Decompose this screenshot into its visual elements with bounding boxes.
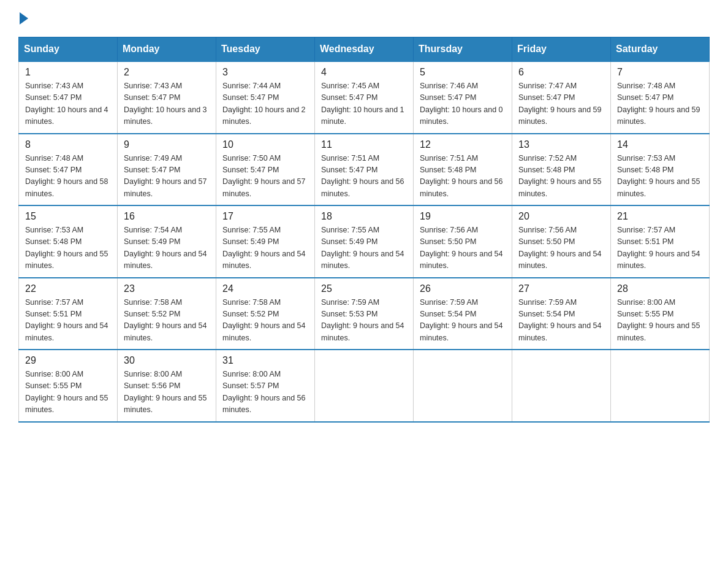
day-number: 27 — [518, 283, 604, 294]
day-info: Sunrise: 7:58 AMSunset: 5:52 PMDaylight:… — [124, 298, 207, 342]
calendar-cell: 6 Sunrise: 7:47 AMSunset: 5:47 PMDayligh… — [512, 61, 611, 134]
day-info: Sunrise: 8:00 AMSunset: 5:56 PMDaylight:… — [124, 370, 207, 414]
calendar-cell: 18 Sunrise: 7:55 AMSunset: 5:49 PMDaylig… — [315, 205, 414, 278]
calendar-week-row: 8 Sunrise: 7:48 AMSunset: 5:47 PMDayligh… — [19, 134, 710, 206]
day-number: 21 — [617, 211, 703, 222]
day-number: 30 — [124, 355, 210, 366]
day-info: Sunrise: 7:44 AMSunset: 5:47 PMDaylight:… — [222, 82, 306, 126]
day-info: Sunrise: 7:57 AMSunset: 5:51 PMDaylight:… — [617, 226, 700, 270]
day-info: Sunrise: 8:00 AMSunset: 5:57 PMDaylight:… — [222, 370, 306, 414]
calendar-cell: 14 Sunrise: 7:53 AMSunset: 5:48 PMDaylig… — [611, 134, 710, 206]
day-number: 26 — [420, 283, 506, 294]
day-number: 31 — [222, 355, 308, 366]
calendar-cell: 29 Sunrise: 8:00 AMSunset: 5:55 PMDaylig… — [19, 350, 118, 422]
day-number: 24 — [222, 283, 308, 294]
day-info: Sunrise: 8:00 AMSunset: 5:55 PMDaylight:… — [25, 370, 108, 414]
col-header-tuesday: Tuesday — [216, 37, 315, 62]
calendar-cell: 7 Sunrise: 7:48 AMSunset: 5:47 PMDayligh… — [611, 61, 710, 134]
calendar-cell: 25 Sunrise: 7:59 AMSunset: 5:53 PMDaylig… — [315, 278, 414, 350]
day-info: Sunrise: 7:54 AMSunset: 5:49 PMDaylight:… — [124, 226, 207, 270]
day-info: Sunrise: 7:59 AMSunset: 5:54 PMDaylight:… — [518, 298, 602, 342]
day-info: Sunrise: 7:47 AMSunset: 5:47 PMDaylight:… — [518, 82, 602, 126]
calendar-cell — [512, 350, 611, 422]
col-header-friday: Friday — [512, 37, 611, 62]
day-info: Sunrise: 7:49 AMSunset: 5:47 PMDaylight:… — [124, 154, 207, 198]
day-info: Sunrise: 7:43 AMSunset: 5:47 PMDaylight:… — [124, 82, 207, 126]
calendar-cell: 17 Sunrise: 7:55 AMSunset: 5:49 PMDaylig… — [216, 205, 315, 278]
day-number: 19 — [420, 211, 506, 222]
day-number: 4 — [321, 67, 407, 78]
day-info: Sunrise: 7:58 AMSunset: 5:52 PMDaylight:… — [222, 298, 306, 342]
day-number: 14 — [617, 139, 703, 150]
day-number: 11 — [321, 139, 407, 150]
day-number: 23 — [124, 283, 210, 294]
calendar-cell: 23 Sunrise: 7:58 AMSunset: 5:52 PMDaylig… — [118, 278, 216, 350]
day-info: Sunrise: 7:51 AMSunset: 5:48 PMDaylight:… — [420, 154, 503, 198]
calendar-cell: 5 Sunrise: 7:46 AMSunset: 5:47 PMDayligh… — [414, 61, 512, 134]
calendar-week-row: 29 Sunrise: 8:00 AMSunset: 5:55 PMDaylig… — [19, 350, 710, 422]
calendar-cell: 15 Sunrise: 7:53 AMSunset: 5:48 PMDaylig… — [19, 205, 118, 278]
calendar-cell: 20 Sunrise: 7:56 AMSunset: 5:50 PMDaylig… — [512, 205, 611, 278]
day-info: Sunrise: 7:55 AMSunset: 5:49 PMDaylight:… — [321, 226, 404, 270]
col-header-wednesday: Wednesday — [315, 37, 414, 62]
day-info: Sunrise: 7:43 AMSunset: 5:47 PMDaylight:… — [25, 82, 108, 126]
calendar-cell: 2 Sunrise: 7:43 AMSunset: 5:47 PMDayligh… — [118, 61, 216, 134]
calendar-cell: 21 Sunrise: 7:57 AMSunset: 5:51 PMDaylig… — [611, 205, 710, 278]
day-info: Sunrise: 7:45 AMSunset: 5:47 PMDaylight:… — [321, 82, 404, 126]
col-header-monday: Monday — [118, 37, 216, 62]
calendar-cell: 8 Sunrise: 7:48 AMSunset: 5:47 PMDayligh… — [19, 134, 118, 206]
calendar-cell — [315, 350, 414, 422]
calendar-cell — [611, 350, 710, 422]
col-header-saturday: Saturday — [611, 37, 710, 62]
day-info: Sunrise: 8:00 AMSunset: 5:55 PMDaylight:… — [617, 298, 700, 342]
calendar-cell: 26 Sunrise: 7:59 AMSunset: 5:54 PMDaylig… — [414, 278, 512, 350]
day-number: 17 — [222, 211, 308, 222]
day-number: 25 — [321, 283, 407, 294]
day-number: 2 — [124, 67, 210, 78]
calendar-week-row: 1 Sunrise: 7:43 AMSunset: 5:47 PMDayligh… — [19, 61, 710, 134]
day-number: 15 — [25, 211, 111, 222]
day-info: Sunrise: 7:46 AMSunset: 5:47 PMDaylight:… — [420, 82, 503, 126]
logo-arrow-icon — [20, 12, 28, 25]
calendar-cell: 19 Sunrise: 7:56 AMSunset: 5:50 PMDaylig… — [414, 205, 512, 278]
day-number: 8 — [25, 139, 111, 150]
calendar-cell: 4 Sunrise: 7:45 AMSunset: 5:47 PMDayligh… — [315, 61, 414, 134]
calendar-cell: 10 Sunrise: 7:50 AMSunset: 5:47 PMDaylig… — [216, 134, 315, 206]
day-info: Sunrise: 7:51 AMSunset: 5:47 PMDaylight:… — [321, 154, 404, 198]
day-number: 29 — [25, 355, 111, 366]
calendar-week-row: 15 Sunrise: 7:53 AMSunset: 5:48 PMDaylig… — [19, 205, 710, 278]
day-info: Sunrise: 7:57 AMSunset: 5:51 PMDaylight:… — [25, 298, 108, 342]
day-info: Sunrise: 7:52 AMSunset: 5:48 PMDaylight:… — [518, 154, 602, 198]
day-info: Sunrise: 7:55 AMSunset: 5:49 PMDaylight:… — [222, 226, 306, 270]
day-info: Sunrise: 7:56 AMSunset: 5:50 PMDaylight:… — [420, 226, 503, 270]
day-info: Sunrise: 7:50 AMSunset: 5:47 PMDaylight:… — [222, 154, 306, 198]
day-number: 1 — [25, 67, 111, 78]
calendar-cell: 28 Sunrise: 8:00 AMSunset: 5:55 PMDaylig… — [611, 278, 710, 350]
day-info: Sunrise: 7:59 AMSunset: 5:53 PMDaylight:… — [321, 298, 404, 342]
day-info: Sunrise: 7:53 AMSunset: 5:48 PMDaylight:… — [617, 154, 700, 198]
calendar-cell: 22 Sunrise: 7:57 AMSunset: 5:51 PMDaylig… — [19, 278, 118, 350]
day-number: 3 — [222, 67, 308, 78]
calendar-cell: 24 Sunrise: 7:58 AMSunset: 5:52 PMDaylig… — [216, 278, 315, 350]
col-header-thursday: Thursday — [414, 37, 512, 62]
calendar-cell: 30 Sunrise: 8:00 AMSunset: 5:56 PMDaylig… — [118, 350, 216, 422]
calendar-cell — [414, 350, 512, 422]
calendar-cell: 1 Sunrise: 7:43 AMSunset: 5:47 PMDayligh… — [19, 61, 118, 134]
calendar-header-row: SundayMondayTuesdayWednesdayThursdayFrid… — [19, 37, 710, 62]
calendar-cell: 13 Sunrise: 7:52 AMSunset: 5:48 PMDaylig… — [512, 134, 611, 206]
day-number: 12 — [420, 139, 506, 150]
day-number: 13 — [518, 139, 604, 150]
day-info: Sunrise: 7:59 AMSunset: 5:54 PMDaylight:… — [420, 298, 503, 342]
calendar-cell: 27 Sunrise: 7:59 AMSunset: 5:54 PMDaylig… — [512, 278, 611, 350]
calendar-week-row: 22 Sunrise: 7:57 AMSunset: 5:51 PMDaylig… — [19, 278, 710, 350]
day-info: Sunrise: 7:53 AMSunset: 5:48 PMDaylight:… — [25, 226, 108, 270]
day-number: 20 — [518, 211, 604, 222]
day-info: Sunrise: 7:48 AMSunset: 5:47 PMDaylight:… — [617, 82, 700, 126]
day-info: Sunrise: 7:56 AMSunset: 5:50 PMDaylight:… — [518, 226, 602, 270]
col-header-sunday: Sunday — [19, 37, 118, 62]
day-number: 7 — [617, 67, 703, 78]
day-number: 5 — [420, 67, 506, 78]
calendar-cell: 16 Sunrise: 7:54 AMSunset: 5:49 PMDaylig… — [118, 205, 216, 278]
calendar-cell: 12 Sunrise: 7:51 AMSunset: 5:48 PMDaylig… — [414, 134, 512, 206]
calendar-cell: 31 Sunrise: 8:00 AMSunset: 5:57 PMDaylig… — [216, 350, 315, 422]
